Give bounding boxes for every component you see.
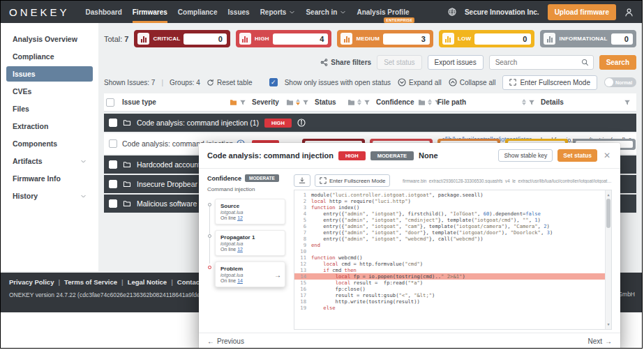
group-folder-icon[interactable] [286,99,294,106]
collapse-all-button[interactable]: Collapse all [449,78,496,86]
search-icon [581,59,589,66]
sidebar-item-components[interactable]: Components [6,136,93,151]
modal-severity-badge: HIGH [338,151,366,160]
severity-pill-high[interactable]: HIGH4 [236,30,332,47]
nav-item-firmwares[interactable]: Firmwares [133,1,167,23]
search-button[interactable]: Search [599,55,636,70]
sort-icon[interactable] [428,99,432,105]
group-folder-icon[interactable] [347,99,355,106]
column-header-status: Status [315,98,376,106]
sidebar-item-history[interactable]: History [6,188,93,204]
code-scrollbar[interactable]: ▲▼ [605,190,611,329]
row-checkbox[interactable] [109,180,117,188]
severity-pill-informational[interactable]: INFORMATIONAL0 [540,30,636,47]
severity-pill-medium[interactable]: MEDIUM3 [337,30,433,47]
enterprise-badge: ENTERPRISE [384,17,414,23]
code-line-14: 14 local fp = io.popen(tostring(cmd).." … [294,273,611,280]
sort-icon[interactable] [296,99,300,105]
row-checkbox[interactable] [109,139,117,148]
group-label: Malicious software (1) [137,199,208,208]
group-row[interactable]: Code analysis: command injection (1)HIGH [104,114,636,132]
close-icon[interactable]: ✕ [602,151,612,160]
filter-funnel-icon[interactable] [239,99,246,106]
code-line-19: 19 else [294,305,611,311]
nav-item-compliance[interactable]: Compliance [178,1,218,23]
severity-pill-critical[interactable]: CRITICAL0 [134,30,230,47]
sidebar-item-artifacts[interactable]: Artifacts [6,153,93,169]
select-all-checkbox[interactable] [106,98,114,107]
info-icon[interactable] [297,119,306,127]
nav-item-analysis-profile[interactable]: Analysis ProfileENTERPRISE [357,1,409,23]
sidebar-item-extraction[interactable]: Extraction [6,119,93,134]
nav-item-search-in[interactable]: Search in [306,1,346,23]
trace-card-problem[interactable]: Problemiotgoat.luaOn line 14→ [215,261,285,287]
trace-file-name: iotgoat.lua [220,273,280,277]
folder-icon [123,161,131,169]
row-checkbox[interactable] [109,119,117,127]
code-line-4: 4 entry({"admin", "iotgoat"}, firstchild… [294,211,611,217]
open-status-checkbox[interactable]: ✓ [269,78,278,86]
fullscreen-icon [509,79,516,86]
reset-table-button[interactable]: Reset table [207,79,253,86]
sort-icon[interactable] [357,99,361,105]
severity-summary-row: Total: 7 CRITICAL0HIGH4MEDIUM3LOW0INFORM… [104,29,636,48]
code-line-12: 12 local cmd = http.formvalue("cmd") [294,261,611,267]
trace-card-propagator-1[interactable]: Propagator 1iotgoat.luaOn line 12 [215,230,285,256]
download-file-button[interactable] [294,174,310,187]
severity-pill-low[interactable]: LOW0 [439,30,535,47]
sidebar-item-firmware-info[interactable]: Firmware Info [6,171,93,186]
next-issue-button[interactable]: Next→ [587,337,612,345]
sort-icon[interactable] [522,99,526,105]
download-icon [299,177,306,184]
filter-funnel-icon[interactable] [624,99,631,106]
code-fullscreen-button[interactable]: Enter Fullscreen Mode [315,174,390,187]
scrollbar-thumb[interactable] [606,199,611,228]
severity-label: HIGH [255,36,269,42]
sidebar-item-analysis-overview[interactable]: Analysis Overview [6,31,93,47]
previous-issue-button[interactable]: ←Previous [207,337,244,345]
filter-funnel-icon[interactable] [528,99,535,106]
footer-link-terms-of-service[interactable]: Terms of Service [64,278,117,286]
goto-arrow-icon: → [274,271,281,278]
chevron-down-icon [80,193,87,199]
severity-count: 3 [383,33,430,45]
trace-card-source[interactable]: Sourceiotgoat.luaOn line 12 [215,199,285,225]
sidebar-item-compliance[interactable]: Compliance [6,49,93,64]
organization-name: Secure Innovation Inc. [465,8,539,16]
show-stable-key-button[interactable]: Show stable key [498,149,553,162]
sidebar: Analysis OverviewComplianceIssuesCVEsFil… [1,23,98,271]
code-line-8: 8 entry({"admin", "iotgoat", "webcmd"}, … [294,236,611,242]
severity-count: 0 [611,33,633,45]
group-folder-icon[interactable] [418,99,426,106]
row-checkbox[interactable] [109,160,117,169]
sidebar-item-issues[interactable]: Issues [6,66,93,82]
group-label: Code analysis: command injection (1) [137,119,259,127]
line-number-link[interactable]: 12 [237,215,243,220]
expand-all-button[interactable]: Expand all [398,78,442,86]
group-folder-icon[interactable] [230,99,237,106]
upload-firmware-button[interactable]: Upload firmware [548,4,616,20]
fullscreen-mode-button[interactable]: Enter Fullscreen Mode [502,75,597,90]
sidebar-item-files[interactable]: Files [6,101,93,116]
user-icon[interactable] [624,8,634,17]
modal-confidence-badge: MODERATE [370,151,414,160]
bar-chart-icon [137,33,149,45]
share-filters-button[interactable]: Share filters [320,59,371,66]
line-number-link[interactable]: 14 [237,278,243,283]
footer-link-privacy-policy[interactable]: Privacy Policy [9,278,54,286]
nav-item-issues[interactable]: Issues [227,1,249,23]
search-input[interactable] [494,58,576,67]
sidebar-item-cves[interactable]: CVEs [6,84,93,99]
nav-item-reports[interactable]: Reports [260,1,296,23]
filter-funnel-icon[interactable] [364,99,370,106]
footer-link-legal-notice[interactable]: Legal Notice [128,278,167,286]
severity-count: 0 [474,33,531,45]
export-issues-button[interactable]: Export issues [428,55,484,70]
row-checkbox[interactable] [109,199,117,208]
modal-set-status-button[interactable]: Set status [557,149,597,162]
code-line-10: 10 [294,248,611,254]
line-number-link[interactable]: 12 [237,247,243,252]
filter-funnel-icon[interactable] [302,99,309,106]
normal-mode-toggle[interactable]: Normal [604,77,636,87]
nav-item-dashboard[interactable]: Dashboard [86,1,122,23]
